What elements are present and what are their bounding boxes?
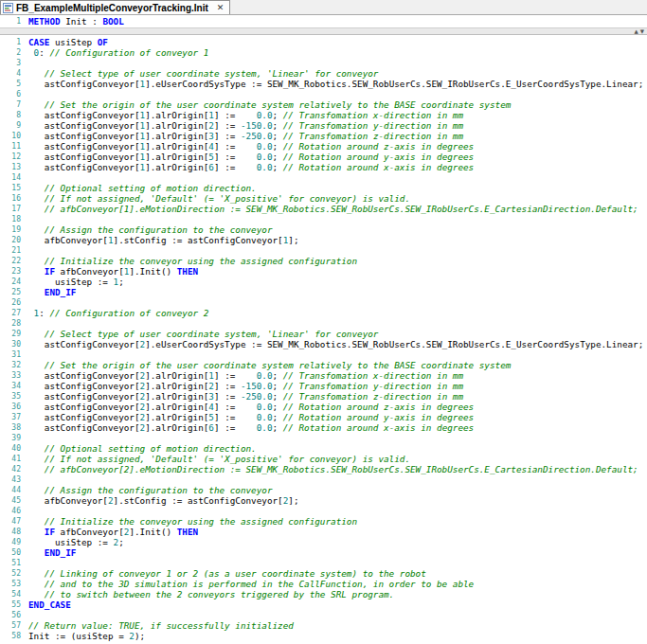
line-number: 29 xyxy=(0,329,21,339)
code-line[interactable]: 1CASE usiStep OF xyxy=(0,37,647,47)
code-text: CASE usiStep OF xyxy=(28,37,108,47)
code-line[interactable]: 28 xyxy=(0,318,647,329)
code-line[interactable]: 2 0: // Configuration of conveyor 1 xyxy=(0,47,647,58)
code-line[interactable]: 18 xyxy=(0,214,647,224)
code-line[interactable]: 8 astConfigConveyor[1].alrOrigin[1] := 0… xyxy=(0,110,647,120)
code-line[interactable]: 38 astConfigConveyor[2].alrOrigin[6] := … xyxy=(0,422,647,433)
code-line[interactable]: 3 xyxy=(0,58,647,68)
declaration-splitter[interactable]: ▲ ▼ xyxy=(0,27,647,35)
code-line[interactable]: 22 // Initialize the conveyor using the … xyxy=(0,256,647,266)
code-line[interactable]: 49 usiStep := 2; xyxy=(0,537,647,547)
code-line[interactable]: 14 xyxy=(0,172,647,183)
code-text: astConfigConveyor[1].alrOrigin[2] := -15… xyxy=(28,120,463,131)
line-number: 30 xyxy=(0,339,21,349)
code-pane[interactable]: 1CASE usiStep OF2 0: // Configuration of… xyxy=(0,35,647,644)
code-line[interactable]: 13 astConfigConveyor[1].alrOrigin[6] := … xyxy=(0,162,647,172)
code-line[interactable]: 43 xyxy=(0,474,647,485)
code-line[interactable]: 45 afbConveyor[2].stConfig := astConfigC… xyxy=(0,495,647,506)
code-line[interactable]: 41 // If not assigned, 'Default' (= 'X_p… xyxy=(0,454,647,464)
collapse-declaration-icon[interactable]: ▼ xyxy=(640,28,644,34)
code-line[interactable]: 4 // Select type of user coordinate syst… xyxy=(0,68,647,79)
code-line[interactable]: 52 // Linking of conveyor 1 or 2 (as a u… xyxy=(0,568,647,579)
code-text: // Select type of user coordinate system… xyxy=(28,329,378,339)
code-line[interactable]: 5 astConfigConveyor[1].eUserCoordSysType… xyxy=(0,79,647,89)
code-line[interactable]: 15 // Optional setting of motion directi… xyxy=(0,183,647,193)
code-line[interactable]: 27 1: // Configuration of conveyor 2 xyxy=(0,308,647,318)
code-text: 0: // Configuration of conveyor 1 xyxy=(28,47,208,58)
code-line[interactable]: 51 xyxy=(0,558,647,568)
st-editor-window: FB_ExampleMultipleConveyorTracking.Init … xyxy=(0,0,647,644)
code-line[interactable]: 17 // afbConveyor[1].eMotionDirection :=… xyxy=(0,204,647,214)
code-line[interactable]: 21 xyxy=(0,245,647,256)
line-number: 46 xyxy=(0,506,21,516)
line-number: 7 xyxy=(0,99,21,110)
code-text: // If not assigned, 'Default' (= 'X_posi… xyxy=(28,193,410,204)
line-number: 13 xyxy=(0,162,21,172)
expand-declaration-icon[interactable]: ▲ xyxy=(635,28,638,34)
code-line[interactable]: 42 // afbConveyor[2].eMotionDirection :=… xyxy=(0,464,647,474)
code-line[interactable]: 47 // Initialize the conveyor using the … xyxy=(0,516,647,527)
code-line[interactable]: 10 astConfigConveyor[1].alrOrigin[3] := … xyxy=(0,131,647,141)
code-line[interactable]: 35 astConfigConveyor[2].alrOrigin[3] := … xyxy=(0,391,647,402)
line-number: 55 xyxy=(0,599,21,610)
code-line[interactable]: 44 // Assign the configuration to the co… xyxy=(0,485,647,495)
code-text: astConfigConveyor[1].eUserCoordSysType :… xyxy=(28,79,643,89)
code-line[interactable]: 53 // and to the 3D simulation is perfor… xyxy=(0,579,647,589)
code-text: astConfigConveyor[2].alrOrigin[2] := -15… xyxy=(28,381,463,391)
code-line[interactable]: 57// Return value: TRUE, if successfully… xyxy=(0,620,647,631)
code-line[interactable]: 34 astConfigConveyor[2].alrOrigin[2] := … xyxy=(0,381,647,391)
close-icon[interactable]: ✕ xyxy=(217,4,225,12)
code-text: // to switch between the 2 conveyors tri… xyxy=(28,589,394,599)
line-number: 8 xyxy=(0,110,21,120)
tab-label: FB_ExampleMultipleConveyorTracking.Init xyxy=(16,3,208,13)
line-number: 23 xyxy=(0,266,21,277)
code-line[interactable]: 46 xyxy=(0,506,647,516)
code-line[interactable]: 25 END_IF xyxy=(0,287,647,297)
tab-fb-example-init[interactable]: FB_ExampleMultipleConveyorTracking.Init … xyxy=(0,0,230,14)
code-text: IF afbConveyor[1].Init() THEN xyxy=(28,266,198,277)
line-number: 37 xyxy=(0,412,21,422)
code-line[interactable]: 39 xyxy=(0,433,647,443)
code-line[interactable]: 54 // to switch between the 2 conveyors … xyxy=(0,589,647,599)
code-line[interactable]: 30 astConfigConveyor[2].eUserCoordSysTyp… xyxy=(0,339,647,349)
line-number: 24 xyxy=(0,277,21,287)
code-text: afbConveyor[2].stConfig := astConfigConv… xyxy=(28,495,299,506)
line-number: 39 xyxy=(0,433,21,443)
code-text: METHOD Init : BOOL xyxy=(28,16,124,27)
line-number: 56 xyxy=(0,610,21,620)
code-line[interactable]: 50 END_IF xyxy=(0,547,647,558)
code-line[interactable]: 55END_CASE xyxy=(0,599,647,610)
code-text: END_IF xyxy=(28,287,76,297)
code-line[interactable]: 20 afbConveyor[1].stConfig := astConfigC… xyxy=(0,235,647,245)
code-line[interactable]: 37 astConfigConveyor[2].alrOrigin[5] := … xyxy=(0,412,647,422)
code-line[interactable]: 9 astConfigConveyor[1].alrOrigin[2] := -… xyxy=(0,120,647,131)
code-line[interactable]: 26 xyxy=(0,297,647,308)
code-text: astConfigConveyor[2].alrOrigin[5] := 0.0… xyxy=(28,412,474,422)
code-text: // afbConveyor[1].eMotionDirection := SE… xyxy=(28,204,638,214)
code-text: // and to the 3D simulation is performed… xyxy=(28,579,474,589)
declaration-pane[interactable]: 1METHOD Init : BOOL xyxy=(0,15,647,27)
code-line[interactable]: 11 astConfigConveyor[1].alrOrigin[4] := … xyxy=(0,141,647,152)
code-line[interactable]: 6 xyxy=(0,89,647,99)
code-line[interactable]: 24 usiStep := 1; xyxy=(0,277,647,287)
code-line[interactable]: 7 // Set the origin of the user coordina… xyxy=(0,99,647,110)
code-line[interactable]: 58Init := (usiStep = 2); xyxy=(0,631,647,641)
code-text: usiStep := 1; xyxy=(28,277,124,287)
code-line[interactable]: 56 xyxy=(0,610,647,620)
code-line[interactable]: 16 // If not assigned, 'Default' (= 'X_p… xyxy=(0,193,647,204)
line-number: 50 xyxy=(0,547,21,558)
code-text: // Assign the configuration to the conve… xyxy=(28,485,272,495)
code-line[interactable]: 40 // Optional setting of motion directi… xyxy=(0,443,647,454)
code-line[interactable]: 12 astConfigConveyor[1].alrOrigin[5] := … xyxy=(0,152,647,162)
code-line[interactable]: 48 IF afbConveyor[2].Init() THEN xyxy=(0,527,647,537)
splitter-controls: ▲ ▼ xyxy=(635,28,644,34)
code-line[interactable]: 36 astConfigConveyor[2].alrOrigin[4] := … xyxy=(0,402,647,412)
code-line[interactable]: 32 // Set the origin of the user coordin… xyxy=(0,360,647,370)
code-text: astConfigConveyor[2].alrOrigin[3] := -25… xyxy=(28,391,463,402)
code-line[interactable]: 33 astConfigConveyor[2].alrOrigin[1] := … xyxy=(0,370,647,381)
code-line[interactable]: 29 // Select type of user coordinate sys… xyxy=(0,329,647,339)
code-line[interactable]: 31 xyxy=(0,349,647,360)
code-line[interactable]: 1METHOD Init : BOOL xyxy=(0,16,647,27)
code-line[interactable]: 23 IF afbConveyor[1].Init() THEN xyxy=(0,266,647,277)
code-line[interactable]: 19 // Assign the configuration to the co… xyxy=(0,224,647,235)
